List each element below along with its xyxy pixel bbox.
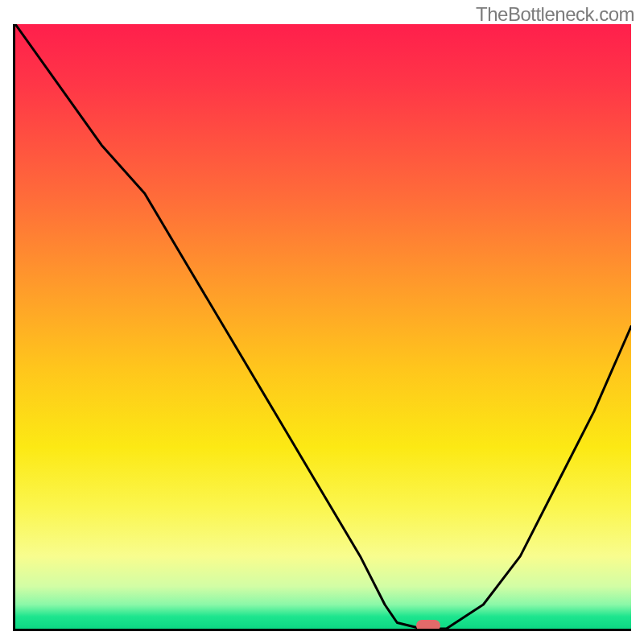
plot-area xyxy=(13,24,631,631)
curve-svg xyxy=(15,24,631,629)
watermark-text: TheBottleneck.com xyxy=(476,3,634,26)
chart-container: TheBottleneck.com xyxy=(0,0,644,644)
bottleneck-curve xyxy=(15,24,631,629)
optimal-marker xyxy=(416,620,440,631)
